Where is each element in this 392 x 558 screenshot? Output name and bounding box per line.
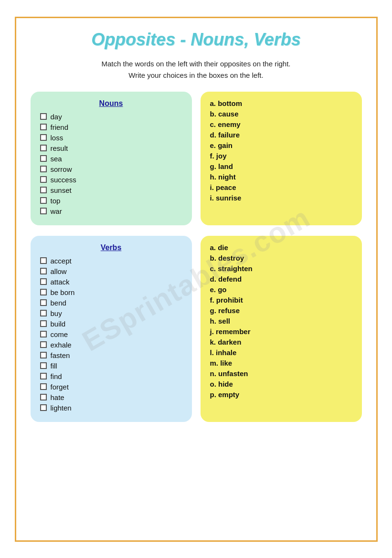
list-item[interactable]: find	[40, 372, 182, 380]
list-item[interactable]: buy	[40, 309, 182, 317]
checkbox[interactable]	[40, 257, 47, 264]
checkbox[interactable]	[40, 352, 47, 358]
checkbox[interactable]	[40, 331, 47, 337]
list-item: i. peace	[210, 183, 352, 191]
list-item[interactable]: be born	[40, 288, 182, 296]
nouns-title: Nouns	[40, 99, 182, 108]
list-item: e. gain	[210, 141, 352, 149]
checkbox[interactable]	[40, 166, 47, 172]
checkbox[interactable]	[40, 383, 47, 390]
list-item[interactable]: friend	[40, 123, 182, 131]
list-item[interactable]: top	[40, 197, 182, 205]
word-label: be born	[51, 288, 75, 296]
list-item[interactable]: loss	[40, 134, 182, 142]
list-item: a. bottom	[210, 99, 352, 107]
checkbox[interactable]	[40, 176, 47, 183]
list-item: h. sell	[210, 317, 352, 325]
list-item[interactable]: sorrow	[40, 165, 182, 173]
list-item[interactable]: fasten	[40, 351, 182, 359]
checkbox[interactable]	[40, 155, 47, 162]
list-item: m. like	[210, 359, 352, 367]
verbs-title: Verbs	[40, 243, 182, 252]
word-label: lighten	[51, 404, 72, 412]
word-label: find	[51, 372, 62, 380]
checkbox[interactable]	[40, 208, 47, 214]
word-label: forget	[51, 383, 69, 391]
list-item[interactable]: day	[40, 113, 182, 121]
instructions: Match the words on the left with their o…	[31, 58, 362, 81]
word-label: bend	[51, 299, 66, 307]
list-item: g. land	[210, 162, 352, 170]
checkbox[interactable]	[40, 134, 47, 141]
verbs-left-box: Verbs acceptallowattackbe bornbendbuybui…	[31, 236, 192, 422]
checkbox[interactable]	[40, 197, 47, 204]
checkbox[interactable]	[40, 187, 47, 193]
list-item: k. darken	[210, 338, 352, 346]
word-label: hate	[51, 393, 64, 401]
list-item[interactable]: fill	[40, 362, 182, 370]
list-item[interactable]: bend	[40, 299, 182, 307]
list-item[interactable]: come	[40, 330, 182, 338]
list-item: f. joy	[210, 152, 352, 160]
nouns-left-box: Nouns dayfriendlossresultseasorrowsucces…	[31, 92, 192, 225]
list-item[interactable]: war	[40, 207, 182, 215]
list-item: g. refuse	[210, 306, 352, 315]
checkbox[interactable]	[40, 145, 47, 151]
instruction-line1: Match the words on the left with their o…	[31, 58, 362, 70]
page-title: Opposites - Nouns, Verbs	[31, 30, 362, 50]
list-item: d. defend	[210, 275, 352, 283]
list-item: h. night	[210, 173, 352, 181]
list-item: e. go	[210, 285, 352, 294]
word-label: success	[51, 176, 76, 184]
list-item[interactable]: success	[40, 176, 182, 184]
list-item[interactable]: lighten	[40, 404, 182, 412]
list-item[interactable]: exhale	[40, 341, 182, 349]
instruction-line2: Write your choices in the boxes on the l…	[31, 70, 362, 81]
list-item: i. sunrise	[210, 194, 352, 202]
list-item: c. straighten	[210, 264, 352, 273]
word-label: exhale	[51, 341, 72, 349]
list-item[interactable]: forget	[40, 383, 182, 391]
list-item: j. remember	[210, 327, 352, 336]
list-item: c. enemy	[210, 120, 352, 128]
checkbox[interactable]	[40, 394, 47, 400]
verbs-word-list: acceptallowattackbe bornbendbuybuildcome…	[40, 257, 182, 412]
list-item[interactable]: accept	[40, 257, 182, 265]
word-label: war	[51, 207, 62, 215]
checkbox[interactable]	[40, 320, 47, 327]
word-label: build	[51, 320, 66, 328]
word-label: sorrow	[51, 165, 72, 173]
word-label: top	[51, 197, 61, 205]
nouns-word-list: dayfriendlossresultseasorrowsuccesssunse…	[40, 113, 182, 215]
word-label: accept	[51, 257, 72, 265]
list-item: n. unfasten	[210, 369, 352, 378]
list-item: o. hide	[210, 380, 352, 388]
list-item[interactable]: sea	[40, 155, 182, 163]
checkbox[interactable]	[40, 278, 47, 285]
checkbox[interactable]	[40, 268, 47, 274]
list-item[interactable]: attack	[40, 278, 182, 286]
word-label: friend	[51, 123, 69, 131]
checkbox[interactable]	[40, 373, 47, 379]
checkbox[interactable]	[40, 124, 47, 130]
checkbox[interactable]	[40, 113, 47, 120]
checkbox[interactable]	[40, 289, 47, 295]
checkbox[interactable]	[40, 404, 47, 411]
checkbox[interactable]	[40, 362, 47, 369]
verbs-answers-list: a. dieb. destroyc. straightend. defende.…	[210, 243, 352, 399]
word-label: come	[51, 330, 68, 338]
checkbox[interactable]	[40, 341, 47, 348]
list-item[interactable]: build	[40, 320, 182, 328]
word-label: buy	[51, 309, 62, 317]
word-label: fasten	[51, 351, 70, 359]
checkbox[interactable]	[40, 299, 47, 306]
page: ESprintables.com Opposites - Nouns, Verb…	[15, 17, 378, 542]
nouns-answers-list: a. bottomb. causec. enemyd. failuree. ga…	[210, 99, 352, 202]
verbs-section: Verbs acceptallowattackbe bornbendbuybui…	[31, 236, 362, 422]
checkbox[interactable]	[40, 310, 47, 316]
list-item[interactable]: allow	[40, 267, 182, 275]
list-item[interactable]: result	[40, 144, 182, 152]
nouns-right-box: a. bottomb. causec. enemyd. failuree. ga…	[201, 92, 362, 225]
list-item[interactable]: hate	[40, 393, 182, 401]
list-item[interactable]: sunset	[40, 186, 182, 194]
